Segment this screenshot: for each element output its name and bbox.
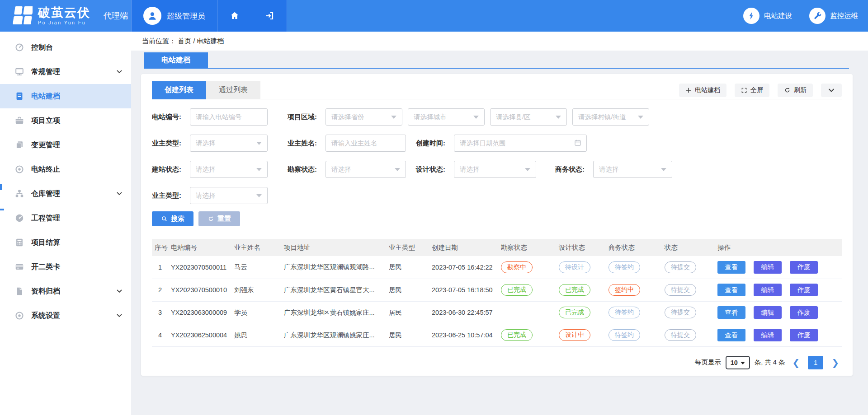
current-user[interactable]: 超级管理员 [131,0,217,32]
refresh-icon [784,87,791,93]
logout-button[interactable] [252,0,287,32]
view-button[interactable]: 查看 [717,284,745,296]
cell-station-code: YX2023062500004 [168,324,231,346]
city-select[interactable]: 请选择城市 [408,108,485,126]
total-count-label: 条, 共 4 条 [755,358,785,367]
owner-type2-select[interactable]: 请选择 [190,187,268,204]
sidebar-item-warehouse-mgmt[interactable]: 仓库管理 [0,182,131,206]
filter-form: 电站编号: 项目区域: 请选择省份 请选择城市 请选择县/区 请选择村镇/街道 … [152,108,842,204]
survey-status-select[interactable]: 请选择 [326,161,406,178]
cell-address: 广东深圳龙华区黄石镇星官大... [281,279,386,301]
cell-owner-type: 居民 [386,279,429,301]
main-content: 当前位置： 首页 / 电站建档 电站建档 创建列表 通过列表 电站建档 全屏 [131,32,868,415]
per-page-select[interactable]: 10 [726,356,750,369]
target-icon [14,164,24,174]
collapse-toolbar-button[interactable] [821,84,842,97]
edit-button[interactable]: 编辑 [754,261,782,274]
county-select[interactable]: 请选择县/区 [490,108,567,126]
void-button[interactable]: 作废 [790,284,818,296]
page-tab-station-archive[interactable]: 电站建档 [144,52,208,68]
view-button[interactable]: 查看 [717,261,745,274]
caret-down-icon [473,116,479,119]
view-button[interactable]: 查看 [717,329,745,341]
sidebar-item-type2-card[interactable]: 开二类卡 [0,255,131,279]
business-status-badge: 待签约 [609,329,640,341]
reset-button[interactable]: 重置 [198,211,240,226]
settings-icon [14,311,24,321]
current-page[interactable]: 1 [808,356,823,369]
sitemap-icon [14,189,24,199]
station-code-input[interactable] [190,108,268,126]
owner-type-select[interactable]: 请选择 [190,135,268,152]
build-status-select[interactable]: 请选择 [190,161,268,178]
table-header-row: 序号 电站编号 业主姓名 项目地址 业主类型 创建日期 勘察状态 设计状态 商务… [152,239,842,256]
module-station-build-label: 电站建设 [764,11,792,21]
design-status-select[interactable]: 请选择 [454,161,536,178]
sidebar-item-station-archive[interactable]: 电站建档 [0,84,131,108]
breadcrumb-path[interactable]: 首页 / 电站建档 [178,37,224,46]
brand-logo-icon [12,6,33,25]
cell-index: 1 [152,256,168,279]
business-status-select[interactable]: 请选择 [593,161,672,178]
refresh-button[interactable]: 刷新 [778,84,813,97]
fullscreen-icon [741,87,747,93]
cell-created: 2023-06-25 10:57:04 [429,324,498,346]
cell-owner-type: 居民 [386,324,429,346]
caret-down-icon [391,116,396,119]
cell-owner-name: 马云 [231,256,281,279]
sidebar-item-change-mgmt[interactable]: 变更管理 [0,133,131,157]
build-status-label: 建站状态: [152,165,190,174]
edit-button[interactable]: 编辑 [754,284,782,296]
col-business-status: 商务状态 [606,239,662,256]
sidebar-item-station-termination[interactable]: 电站终止 [0,157,131,182]
sidebar-item-project-settlement[interactable]: 项目结算 [0,230,131,255]
void-button[interactable]: 作废 [790,329,818,341]
design-status-badge: 设计中 [559,329,590,341]
survey-status-badge: 勘察中 [501,261,533,273]
sidebar-item-project-initiation[interactable]: 项目立项 [0,108,131,133]
tab-create-list[interactable]: 创建列表 [152,81,206,99]
next-page-button[interactable]: ❯ [829,358,842,367]
sidebar-item-engineering-mgmt[interactable]: 工程管理 [0,206,131,230]
edit-button[interactable]: 编辑 [754,329,782,341]
module-monitor-ops-label: 监控运维 [830,11,858,21]
void-button[interactable]: 作废 [790,261,818,274]
tab-passed-list[interactable]: 通过列表 [206,81,260,99]
cell-address: 广东深圳龙华区观澜镇姚家庄... [281,324,386,346]
cell-owner-name: 学员 [231,301,281,324]
sidebar-scroll-mark [0,184,2,190]
sidebar-item-console[interactable]: 控制台 [0,35,131,60]
sidebar-item-system-settings[interactable]: 系统设置 [0,303,131,328]
void-button[interactable]: 作废 [790,306,818,319]
home-button[interactable] [217,0,252,32]
module-monitor-ops[interactable]: 监控运维 [809,8,858,24]
town-select[interactable]: 请选择村镇/街道 [572,108,649,126]
user-icon [146,10,158,22]
prev-page-button[interactable]: ❮ [789,358,802,367]
sidebar-item-data-archive[interactable]: 资料归档 [0,279,131,303]
caret-down-icon [638,116,643,119]
view-button[interactable]: 查看 [717,306,745,319]
cell-owner-type: 居民 [386,256,429,279]
chevron-down-icon [117,190,122,198]
design-status-badge: 已完成 [559,284,590,296]
owner-name-input[interactable] [326,135,406,152]
lightning-icon [743,8,760,24]
module-station-build[interactable]: 电站建设 [743,8,792,24]
create-station-button[interactable]: 电站建档 [679,84,726,97]
col-address: 项目地址 [281,239,386,256]
table-row: 4 YX2023062500004 姚思 广东深圳龙华区观澜镇姚家庄... 居民… [152,324,842,346]
province-select[interactable]: 请选择省份 [326,108,402,126]
caret-down-icon [256,142,262,145]
chevron-down-icon [117,68,122,76]
region-label: 项目区域: [288,113,326,121]
search-button[interactable]: 搜索 [152,211,193,226]
monitor-icon [14,67,24,77]
edit-button[interactable]: 编辑 [754,306,782,319]
per-page-prefix: 每页显示 [695,358,721,367]
status-badge: 待提交 [665,307,696,318]
fullscreen-button[interactable]: 全屏 [735,84,769,97]
sidebar-item-general-mgmt[interactable]: 常规管理 [0,60,131,84]
date-range-picker[interactable]: 请选择日期范围 [454,135,587,152]
business-status-label: 商务状态: [555,165,593,174]
